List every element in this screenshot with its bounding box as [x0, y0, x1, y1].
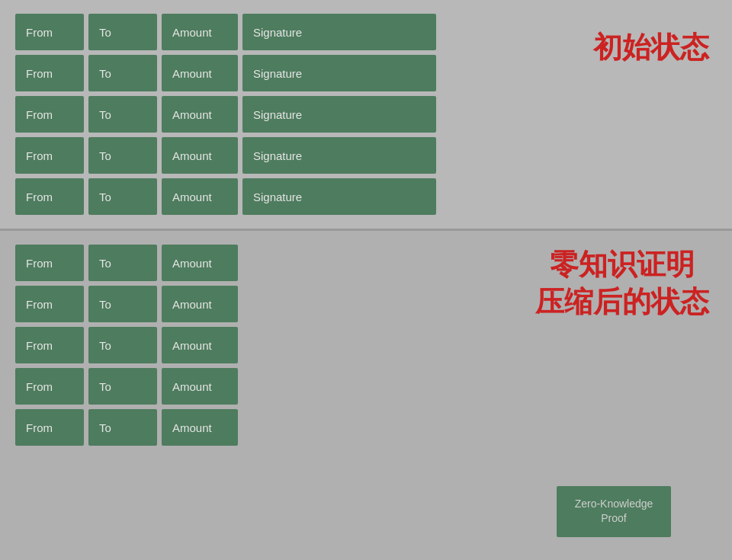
amount-cell: Amount	[162, 368, 238, 405]
to-cell: To	[88, 137, 157, 174]
to-cell: To	[88, 409, 157, 446]
amount-cell: Amount	[162, 14, 238, 50]
amount-cell: Amount	[162, 137, 238, 174]
from-cell: From	[15, 137, 84, 174]
table-row: From To Amount Signature	[15, 55, 436, 91]
amount-cell: Amount	[162, 245, 238, 281]
top-panel: From To Amount Signature From To Amount …	[0, 0, 732, 231]
top-table: From To Amount Signature From To Amount …	[15, 14, 436, 215]
to-cell: To	[88, 96, 157, 133]
signature-cell: Signature	[242, 55, 436, 91]
amount-cell: Amount	[162, 178, 238, 215]
signature-cell: Signature	[242, 178, 436, 215]
from-cell: From	[15, 409, 84, 446]
to-cell: To	[88, 327, 157, 363]
from-cell: From	[15, 96, 84, 133]
to-cell: To	[88, 286, 157, 322]
bottom-panel: From To Amount From To Amount From To Am…	[0, 231, 732, 560]
top-annotation: 初始状态	[593, 30, 709, 66]
table-row: From To Amount Signature	[15, 96, 436, 133]
table-row: From To Amount	[15, 409, 324, 446]
amount-cell: Amount	[162, 286, 238, 322]
table-row: From To Amount	[15, 368, 324, 405]
bottom-annotation: 零知识证明 压缩后的状态	[535, 246, 709, 322]
table-row: From To Amount Signature	[15, 14, 436, 50]
signature-cell: Signature	[242, 14, 436, 50]
zkp-box: Zero-KnowledgeProof	[557, 486, 671, 537]
from-cell: From	[15, 245, 84, 281]
from-cell: From	[15, 368, 84, 405]
amount-cell: Amount	[162, 96, 238, 133]
table-row: From To Amount	[15, 327, 324, 363]
amount-cell: Amount	[162, 327, 238, 363]
bottom-table: From To Amount From To Amount From To Am…	[15, 245, 324, 446]
from-cell: From	[15, 14, 84, 50]
table-row: From To Amount	[15, 286, 324, 322]
table-row: From To Amount Signature	[15, 137, 436, 174]
signature-cell: Signature	[242, 96, 436, 133]
to-cell: To	[88, 178, 157, 215]
to-cell: To	[88, 368, 157, 405]
from-cell: From	[15, 178, 84, 215]
from-cell: From	[15, 55, 84, 91]
to-cell: To	[88, 245, 157, 281]
signature-cell: Signature	[242, 137, 436, 174]
table-row: From To Amount	[15, 245, 324, 281]
zkp-label: Zero-KnowledgeProof	[575, 498, 653, 525]
table-row: From To Amount Signature	[15, 178, 436, 215]
amount-cell: Amount	[162, 55, 238, 91]
amount-cell: Amount	[162, 409, 238, 446]
from-cell: From	[15, 286, 84, 322]
to-cell: To	[88, 55, 157, 91]
from-cell: From	[15, 327, 84, 363]
to-cell: To	[88, 14, 157, 50]
